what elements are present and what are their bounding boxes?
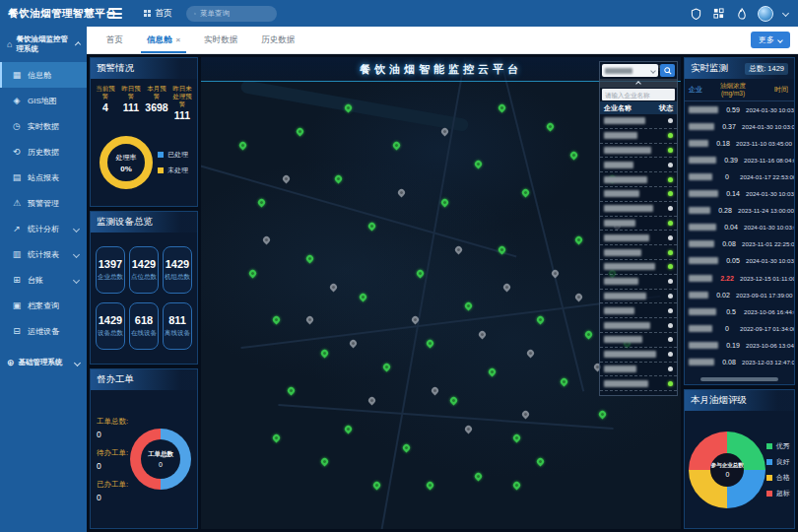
- sidebar-item-label: 历史数据: [28, 147, 59, 158]
- col-time: 时间: [748, 85, 790, 95]
- sidebar-item-stat-report[interactable]: ▥统计报表: [0, 241, 87, 267]
- tab-info-cabin[interactable]: 信息舱×: [135, 27, 192, 53]
- hamburger-menu-icon[interactable]: [108, 6, 122, 22]
- list-item[interactable]: [600, 202, 677, 217]
- table-row[interactable]: 02024-01-17 22:53:00: [685, 168, 794, 185]
- sidebar-item-history-data[interactable]: ⟲历史数据: [0, 139, 87, 165]
- archive-icon: ▣: [12, 300, 22, 310]
- close-icon[interactable]: ×: [176, 35, 181, 44]
- list-item[interactable]: [600, 260, 677, 275]
- table-row[interactable]: 0.592024-01-30 10:03:00: [685, 101, 794, 118]
- list-item[interactable]: [600, 348, 677, 363]
- rating-panel-title: 本月油烟评级: [685, 390, 794, 411]
- sidebar-item-label: 台账: [28, 275, 43, 286]
- list-item[interactable]: [600, 376, 677, 391]
- map-canvas[interactable]: 餐饮油烟智能监控云平台 2024/1/30 10:03 星期二: [201, 57, 681, 529]
- table-row[interactable]: 0.052024-01-30 10:03:00: [685, 252, 794, 269]
- sidebar-item-gis-map[interactable]: ◈GIS地图: [0, 88, 87, 113]
- shield-icon[interactable]: [690, 7, 702, 20]
- company-name-redacted: [689, 123, 714, 130]
- list-item[interactable]: [600, 231, 677, 245]
- table-row[interactable]: 0.52023-10-06 16:44:00: [685, 303, 794, 320]
- user-avatar[interactable]: [758, 6, 773, 22]
- list-item[interactable]: [600, 318, 677, 333]
- menu-search[interactable]: [186, 6, 277, 22]
- chevron-down-icon[interactable]: [782, 10, 789, 17]
- workorder-stats: 工单总数:0待办工单:0已办工单:0: [97, 417, 128, 502]
- more-button-label: 更多: [759, 34, 774, 45]
- home-icon: ⌂: [7, 39, 12, 49]
- tab-realtime-data[interactable]: 实时数据: [192, 27, 249, 53]
- header-actions: [690, 6, 798, 22]
- horizontal-scrollbar[interactable]: [700, 377, 779, 381]
- list-item[interactable]: [600, 129, 677, 144]
- list-item[interactable]: [600, 187, 677, 202]
- status-dot: [668, 264, 673, 269]
- sidebar-item-alert-manage[interactable]: ⚠预警管理: [0, 190, 87, 216]
- table-row[interactable]: 0.192023-10-06 13:04:00: [685, 337, 794, 354]
- concentration-value: 0.08: [716, 240, 742, 247]
- tab-home[interactable]: 首页: [95, 27, 135, 53]
- rating-center-label: 参与企业总数: [711, 462, 744, 469]
- list-item[interactable]: [600, 114, 677, 129]
- concentration-value: 0.19: [720, 342, 746, 349]
- company-name-redacted: [604, 278, 638, 285]
- table-row[interactable]: 0.142024-01-30 10:03:00: [685, 185, 794, 202]
- company-list-overlay: 企业名称 状态: [599, 61, 678, 396]
- table-row[interactable]: 0.042024-01-30 10:03:00: [685, 219, 794, 235]
- app-logo: 餐饮油烟管理智慧平台: [0, 7, 87, 21]
- sidebar-item-info-cabin[interactable]: ▦信息舱: [0, 62, 87, 88]
- list-item[interactable]: [600, 290, 677, 304]
- table-row[interactable]: 0.372024-01-30 10:03:00: [685, 118, 794, 135]
- apps-icon[interactable]: [712, 7, 725, 20]
- stat-value: 0: [97, 461, 128, 471]
- table-row[interactable]: 0.282023-11-24 13:00:00: [685, 202, 794, 219]
- list-item[interactable]: [600, 217, 677, 232]
- breadcrumb[interactable]: 首页: [144, 7, 172, 20]
- workorder-panel-title: 督办工单: [91, 369, 197, 390]
- more-button[interactable]: 更多: [751, 32, 790, 48]
- list-item[interactable]: [600, 245, 677, 260]
- stat-value: 3698: [145, 101, 168, 113]
- stat-value: 111: [119, 101, 143, 113]
- list-item[interactable]: [600, 363, 677, 377]
- company-name-input[interactable]: [602, 89, 675, 100]
- device-stat-box: 811离线设备: [163, 302, 192, 350]
- collapse-toggle[interactable]: [600, 79, 677, 88]
- table-row[interactable]: 0.182023-11-10 03:45:00: [685, 135, 794, 152]
- table-row[interactable]: 2.222023-12-15 01:11:00: [685, 270, 794, 287]
- list-item[interactable]: [600, 144, 677, 159]
- tab-history-data[interactable]: 历史数据: [249, 27, 306, 53]
- table-row[interactable]: 0.392023-11-16 08:04:00: [685, 152, 794, 168]
- list-item[interactable]: [600, 275, 677, 290]
- list-item[interactable]: [600, 158, 677, 172]
- company-list-header: 企业名称 状态: [600, 101, 677, 114]
- chevron-down-icon: [73, 225, 80, 232]
- table-row[interactable]: 0.082023-11-01 22:25:00: [685, 235, 794, 252]
- timestamp: 2024-01-30 10:03:00: [742, 123, 794, 130]
- sidebar-item-ops-device[interactable]: ⊟运维设备: [0, 318, 87, 344]
- list-item[interactable]: [600, 333, 677, 348]
- sidebar-system-header[interactable]: ⌂ 餐饮油烟监控管理系统: [0, 27, 87, 62]
- table-row[interactable]: 02022-09-17 01:34:00: [685, 320, 794, 337]
- stat-value: 0: [97, 430, 128, 439]
- table-row[interactable]: 0.022023-09-01 17:39:00: [685, 287, 794, 303]
- sidebar-item-realtime-data[interactable]: ◷实时数据: [0, 113, 87, 139]
- region-select[interactable]: [602, 64, 658, 77]
- sidebar-item-stat-analysis[interactable]: ↗统计分析: [0, 216, 87, 241]
- list-item[interactable]: [600, 303, 677, 318]
- flame-icon[interactable]: [735, 7, 748, 20]
- realtime-panel: 实时监测 总数: 1429 企业 油烟浓度 (mg/m3) 时间 0.59202…: [684, 57, 795, 385]
- company-search-button[interactable]: [660, 64, 675, 77]
- status-dot: [668, 221, 673, 226]
- company-name-redacted: [604, 190, 639, 197]
- device-stat-box: 1397企业总数: [96, 246, 125, 294]
- sidebar-item-base-system[interactable]: ⊕ 基础管理系统: [0, 350, 87, 375]
- company-name-redacted: [604, 249, 641, 256]
- sidebar-item-site-report[interactable]: ▤站点报表: [0, 165, 87, 190]
- sidebar-item-archive-query[interactable]: ▣档案查询: [0, 293, 87, 318]
- table-row[interactable]: 0.082023-12-03 12:47:00: [685, 354, 794, 370]
- menu-search-input[interactable]: [200, 9, 269, 18]
- list-item[interactable]: [600, 172, 677, 187]
- sidebar-item-ledger[interactable]: ⊞台账: [0, 267, 87, 293]
